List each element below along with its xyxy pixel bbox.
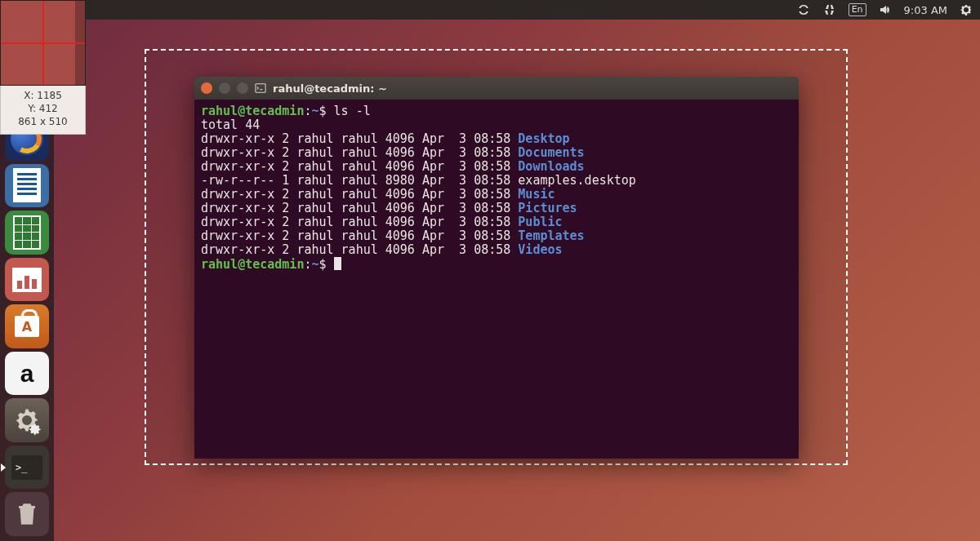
magnifier-coord-y: Y: 412 — [2, 102, 83, 115]
close-button[interactable] — [201, 82, 212, 94]
system-menu-icon[interactable] — [959, 2, 973, 17]
magnifier-coord-x: X: 1185 — [2, 89, 83, 102]
magnifier-size: 861 x 510 — [2, 115, 83, 128]
desktop-area[interactable]: rahul@tecadmin: ~ rahul@tecadmin:~$ ls -… — [54, 20, 980, 541]
launcher-calc-icon[interactable] — [5, 211, 49, 255]
terminal-window: rahul@tecadmin: ~ rahul@tecadmin:~$ ls -… — [194, 77, 799, 459]
launcher-trash-icon[interactable] — [5, 492, 49, 536]
terminal-title: rahul@tecadmin: ~ — [273, 82, 387, 95]
keyboard-layout-indicator[interactable]: En — [849, 3, 866, 16]
sound-indicator-icon[interactable] — [878, 2, 893, 17]
svg-rect-0 — [256, 84, 265, 93]
sync-indicator-icon[interactable] — [796, 2, 811, 17]
launcher-amazon-icon[interactable]: a — [5, 352, 49, 396]
launcher-software-icon[interactable]: A — [5, 304, 49, 348]
magnifier-preview — [0, 0, 86, 86]
maximize-button[interactable] — [237, 82, 248, 94]
terminal-titlebar-icon — [255, 82, 266, 94]
top-panel: En 9:03 AM — [0, 0, 980, 20]
terminal-body[interactable]: rahul@tecadmin:~$ ls -l total 44 drwxr-x… — [194, 100, 799, 459]
launcher-impress-icon[interactable] — [5, 258, 49, 302]
launcher-writer-icon[interactable] — [5, 164, 49, 208]
magnifier-info: X: 1185 Y: 412 861 x 510 — [0, 86, 86, 135]
screenshot-magnifier: X: 1185 Y: 412 861 x 510 — [0, 0, 86, 135]
clock[interactable]: 9:03 AM — [904, 4, 947, 16]
minimize-button[interactable] — [219, 82, 230, 94]
launcher-terminal-icon[interactable]: >_ — [5, 446, 49, 490]
launcher-settings-icon[interactable] — [5, 398, 49, 442]
network-indicator-icon[interactable] — [822, 2, 837, 17]
terminal-titlebar[interactable]: rahul@tecadmin: ~ — [194, 77, 799, 100]
